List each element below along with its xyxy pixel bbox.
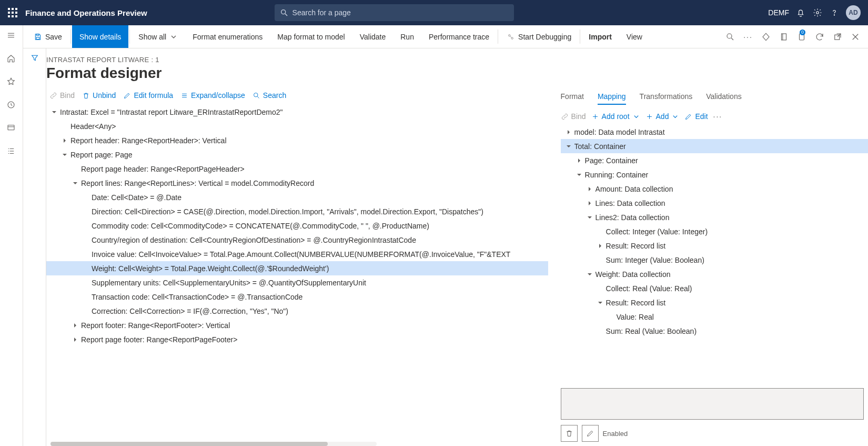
collapse-icon[interactable] <box>565 143 572 150</box>
tab-transformations[interactable]: Transformations <box>640 92 693 105</box>
refresh-icon[interactable] <box>814 32 825 42</box>
view-button[interactable]: View <box>619 25 650 48</box>
tree-node[interactable]: Result: Record list <box>561 239 868 253</box>
company-code[interactable]: DEMF <box>768 8 789 17</box>
help-icon[interactable] <box>829 7 840 18</box>
tree-node[interactable]: Invoice value: Cell<InvoiceValue> = Tota… <box>46 247 548 261</box>
tab-validations[interactable]: Validations <box>706 92 741 105</box>
tree-node[interactable]: Value: Real <box>561 310 868 324</box>
expand-icon[interactable] <box>565 128 572 136</box>
save-button[interactable]: Save <box>26 25 69 48</box>
tree-node[interactable]: Report header: Range<ReportHeader>: Vert… <box>46 133 548 147</box>
collapse-icon[interactable] <box>586 214 593 221</box>
collapse-icon[interactable] <box>586 271 593 278</box>
search-tree-button[interactable]: Search <box>253 91 286 100</box>
tree-node[interactable]: Collect: Real (Value: Real) <box>561 281 868 295</box>
bell-icon[interactable] <box>795 7 806 18</box>
expand-icon[interactable] <box>72 322 79 329</box>
tree-node[interactable]: Correction: Cell<Correction> = IF(@.Corr… <box>46 304 548 318</box>
close-icon[interactable] <box>850 32 861 42</box>
tree-node[interactable]: Sum: Integer (Value: Boolean) <box>561 253 868 267</box>
edit-formula-button[interactable]: Edit formula <box>123 91 173 100</box>
tree-node[interactable]: Collect: Integer (Value: Integer) <box>561 224 868 239</box>
expand-icon[interactable] <box>576 157 583 164</box>
more-right-icon[interactable]: ··· <box>713 112 723 121</box>
tree-node[interactable]: model: Data model Intrastat <box>561 125 868 139</box>
unbind-button[interactable]: Unbind <box>82 91 116 100</box>
tree-node[interactable]: Weight: Cell<Weight> = Total.Page.Weight… <box>46 261 548 275</box>
collapse-icon[interactable] <box>576 171 583 179</box>
map-format-button[interactable]: Map format to model <box>270 25 352 48</box>
tree-node[interactable]: Intrastat: Excel = "Intrastat report Lit… <box>46 105 548 119</box>
expand-collapse-button[interactable]: Expand/collapse <box>180 91 245 100</box>
expand-icon[interactable] <box>586 200 593 207</box>
tree-node[interactable]: Direction: Cell<Direction> = CASE(@.Dire… <box>46 204 548 219</box>
tree-node[interactable]: Report page header: Range<ReportPageHead… <box>46 162 548 176</box>
attachments-icon[interactable]: 0 <box>796 32 807 42</box>
tree-node[interactable]: Report page: Page <box>46 147 548 162</box>
hamburger-icon[interactable] <box>6 31 17 41</box>
collapse-icon[interactable] <box>61 151 68 158</box>
tab-format[interactable]: Format <box>561 92 584 105</box>
diamond-icon[interactable] <box>761 32 771 42</box>
formula-textarea[interactable] <box>561 388 864 420</box>
tree-node[interactable]: Report page footer: Range<ReportPageFoot… <box>46 332 548 346</box>
tree-node[interactable]: Amount: Data collection <box>561 182 868 196</box>
add-root-button[interactable]: Add root <box>591 112 640 121</box>
modules-icon[interactable] <box>6 146 17 157</box>
tree-node[interactable]: Supplementary units: Cell<SupplementaryU… <box>46 275 548 290</box>
show-all-button[interactable]: Show all <box>131 25 185 48</box>
waffle-icon[interactable] <box>4 4 21 21</box>
delete-formula-button[interactable] <box>561 425 578 442</box>
tree-node[interactable]: Transaction code: Cell<TransactionCode> … <box>46 290 548 304</box>
collapse-icon[interactable] <box>72 180 79 187</box>
tree-node[interactable]: Lines2: Data collection <box>561 210 868 224</box>
collapse-icon[interactable] <box>597 299 604 306</box>
mapping-tree[interactable]: model: Data model IntrastatTotal: Contai… <box>561 125 868 384</box>
more-icon[interactable]: ··· <box>743 32 753 42</box>
search-command-icon[interactable] <box>725 32 735 42</box>
home-icon[interactable] <box>6 54 17 64</box>
funnel-icon[interactable] <box>31 54 39 446</box>
run-button[interactable]: Run <box>393 25 421 48</box>
tree-node[interactable]: Running: Container <box>561 167 868 182</box>
collapse-icon[interactable] <box>51 108 58 116</box>
star-icon[interactable] <box>6 77 17 87</box>
tree-node[interactable]: Page: Container <box>561 153 868 167</box>
tree-node[interactable]: Result: Record list <box>561 295 868 310</box>
expand-icon[interactable] <box>61 137 68 144</box>
popout-icon[interactable] <box>832 32 843 42</box>
workspace-icon[interactable] <box>6 123 17 134</box>
tree-node[interactable]: Header<Any> <box>46 119 548 133</box>
edit-formula-right-button[interactable] <box>582 425 599 442</box>
add-button[interactable]: Add <box>645 112 680 121</box>
office-icon[interactable] <box>779 32 789 42</box>
global-search[interactable]: Search for a page <box>275 4 514 21</box>
bind-right-button[interactable]: Bind <box>561 112 586 121</box>
scrollbar[interactable] <box>51 442 377 446</box>
tab-mapping[interactable]: Mapping <box>598 92 626 105</box>
avatar[interactable]: AD <box>846 5 861 20</box>
validate-button[interactable]: Validate <box>352 25 393 48</box>
format-tree[interactable]: Intrastat: Excel = "Intrastat report Lit… <box>46 105 548 440</box>
tree-node[interactable]: Total: Container <box>561 139 868 153</box>
tree-node[interactable]: Report lines: Range<ReportLines>: Vertic… <box>46 176 548 190</box>
format-enumerations-button[interactable]: Format enumerations <box>185 25 270 48</box>
tree-node[interactable]: Country/region of destination: Cell<Coun… <box>46 233 548 247</box>
perf-trace-button[interactable]: Performance trace <box>421 25 497 48</box>
tree-node[interactable]: Commodity code: Cell<CommodityCode> = CO… <box>46 219 548 233</box>
expand-icon[interactable] <box>597 242 604 250</box>
gear-icon[interactable] <box>812 7 823 18</box>
show-details-button[interactable]: Show details <box>72 25 128 48</box>
recent-icon[interactable] <box>6 100 17 111</box>
tree-node[interactable]: Sum: Real (Value: Boolean) <box>561 324 868 338</box>
bind-button[interactable]: Bind <box>49 91 75 100</box>
import-button[interactable]: Import <box>581 25 619 48</box>
start-debugging-button[interactable]: Start Debugging <box>499 25 579 48</box>
tree-node[interactable]: Weight: Data collection <box>561 267 868 281</box>
tree-node[interactable]: Date: Cell<Date> = @.Date <box>46 190 548 204</box>
expand-icon[interactable] <box>586 185 593 193</box>
tree-node[interactable]: Report footer: Range<ReportFooter>: Vert… <box>46 318 548 332</box>
tree-node[interactable]: Lines: Data collection <box>561 196 868 210</box>
expand-icon[interactable] <box>72 336 79 343</box>
